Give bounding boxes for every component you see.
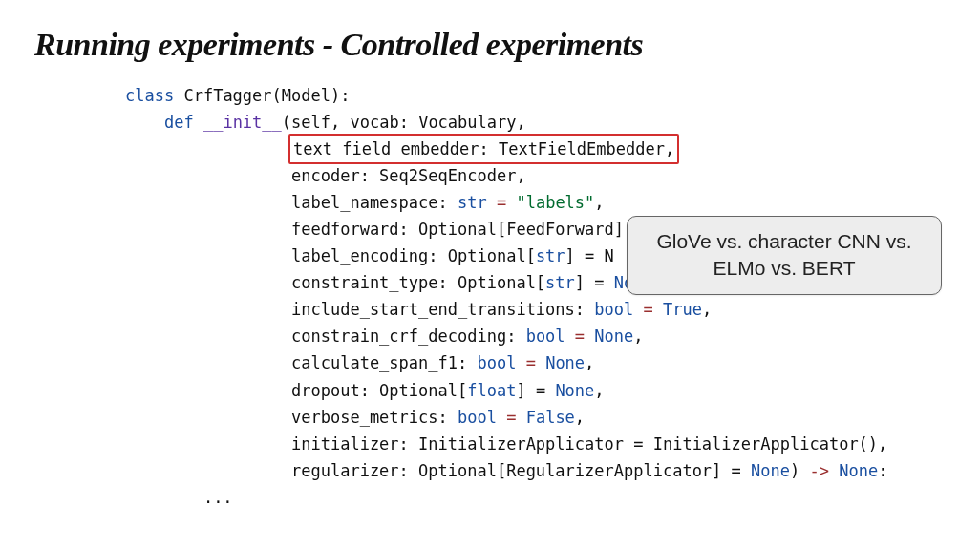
- val-none: None: [555, 381, 594, 400]
- type-bool: bool: [458, 408, 497, 427]
- param-label-namespace: label_namespace:: [291, 193, 458, 212]
- type-bool: bool: [477, 353, 516, 372]
- val-true: True: [663, 300, 702, 319]
- def-keyword: def: [164, 113, 194, 132]
- eq-op: =: [497, 408, 526, 427]
- label-encoding-tail: ] = N: [565, 246, 614, 265]
- comma: ,: [633, 327, 643, 346]
- dropout-tail: ] =: [516, 381, 555, 400]
- base-class: Model: [282, 86, 330, 105]
- param-initializer: initializer: InitializerApplicator = Ini…: [291, 434, 878, 454]
- type-bool: bool: [594, 300, 633, 319]
- val-false: False: [526, 408, 575, 427]
- eq-op: =: [565, 327, 595, 346]
- highlight-box: text_field_embedder: TextFieldEmbedder,: [288, 134, 679, 164]
- eq-op: =: [516, 353, 545, 372]
- val-none: None: [545, 353, 585, 372]
- type-bool: bool: [526, 327, 565, 346]
- param-calc-span-f1: calculate_span_f1:: [291, 353, 477, 372]
- comma: ,: [594, 381, 604, 400]
- class-keyword: class: [125, 86, 174, 105]
- param-verbose-metrics: verbose_metrics:: [291, 408, 458, 427]
- param-feedforward: feedforward: Optional[FeedForward]: [291, 220, 624, 239]
- class-name: CrfTagger: [183, 86, 271, 105]
- param-dropout: dropout: Optional[: [291, 381, 467, 400]
- val-none: None: [751, 461, 790, 480]
- param-constraint-type: constraint_type: Optional[: [291, 273, 545, 292]
- type-str: str: [458, 193, 487, 212]
- param-regularizer: regularizer: Optional[RegularizerApplica…: [291, 461, 751, 480]
- comma: ,: [594, 193, 604, 212]
- type-str: str: [536, 246, 565, 265]
- constraint-type-tail: ] =: [575, 273, 614, 292]
- type-str: str: [545, 273, 575, 292]
- slide-title: Running experiments - Controlled experim…: [34, 27, 946, 63]
- val-none: None: [839, 461, 878, 480]
- slide: Running experiments - Controlled experim…: [0, 0, 980, 549]
- comma: ,: [575, 408, 585, 427]
- param-label-encoding: label_encoding: Optional[: [291, 246, 536, 265]
- code-block: class CrfTagger(Model): def __init__(sel…: [125, 82, 946, 511]
- callout-box: GloVe vs. character CNN vs. ELMo vs. BER…: [627, 216, 942, 295]
- param-self: self: [291, 113, 330, 132]
- comma: ,: [585, 353, 594, 372]
- eq-op: =: [487, 193, 517, 212]
- val-none: None: [594, 327, 633, 346]
- param-vocab: vocab: Vocabulary: [351, 113, 517, 132]
- comma: ,: [702, 300, 712, 319]
- type-float: float: [467, 381, 516, 400]
- comma: ,: [878, 434, 887, 454]
- param-text-field-embedder: text_field_embedder: TextFieldEmbedder: [293, 139, 665, 158]
- param-encoder: encoder: Seq2SeqEncoder: [291, 166, 516, 185]
- param-include-start-end: include_start_end_transitions:: [291, 300, 594, 319]
- ellipsis: ...: [203, 488, 233, 507]
- param-constrain-crf: constrain_crf_decoding:: [291, 327, 526, 346]
- init-name: __init__: [203, 113, 282, 132]
- str-labels: "labels": [516, 193, 594, 212]
- return-arrow: ->: [799, 461, 839, 480]
- eq-op: =: [633, 300, 663, 319]
